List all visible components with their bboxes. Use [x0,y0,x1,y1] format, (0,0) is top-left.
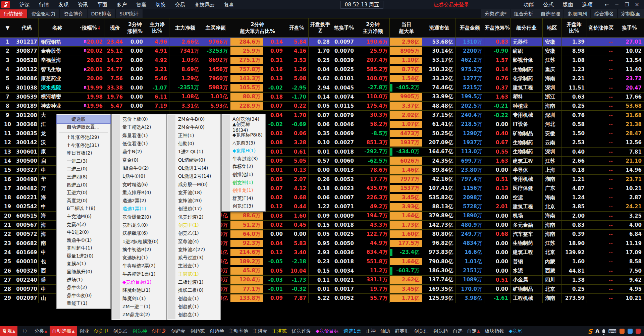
col-header-流通市值[interactable]: 流通市值 [423,18,455,38]
menu-item[interactable]: 新鼎牛①(1) [57,236,110,244]
menu-item[interactable]: 竞赢A(2) [57,221,110,229]
sogou-icon[interactable]: S [588,328,592,335]
menu-item[interactable]: 主潜贰(1) [167,270,220,278]
bottom-tab[interactable]: ◆竞尾 [506,326,525,336]
top-menu-发现[interactable]: 发现 [54,2,73,8]
top-menu-行情[interactable]: 行情 [34,2,54,8]
bottom-tab[interactable]: 仙助 [378,326,392,336]
menu-item[interactable]: 量能飙升(0) [57,268,110,276]
menu-item[interactable]: 创趋贰(1) [167,303,220,311]
bottom-tab[interactable]: 常规▲ [0,326,17,336]
menu-item[interactable]: 重点排序R(4) [112,189,166,197]
close-icon[interactable]: ✕ [633,2,641,8]
table-row[interactable]: 3300528幸福蓝海20.0214.270.004.921.03亿8692万2… [0,56,644,65]
menu-item[interactable]: 群英汇(4) [222,194,265,203]
menu-item[interactable]: ZM一进二(1) [112,303,166,311]
tab-资金驱动力[interactable]: 资金驱动力 [28,9,59,18]
tool-icon[interactable] [636,329,641,334]
menu-item[interactable]: 创竞乙(1) [167,229,220,237]
tab-资金博弈[interactable]: 资金博弈 [60,9,87,18]
menu-item[interactable]: 1进2 QL(1) [167,148,220,156]
tab-DDE排名[interactable]: DDE排名 [88,9,115,18]
col-header-竞价涨停买[interactable]: 竞价涨停买 [587,18,615,38]
menu-item[interactable]: 牛犇过渡(3) [222,155,265,163]
bottom-tab[interactable]: 遴选1票 [341,326,364,336]
fn-menu-版面[interactable]: 版面 [558,1,578,8]
grid-icon[interactable] [628,329,633,334]
input-A-icon[interactable]: A [595,328,599,334]
menu-item[interactable]: QL情绪标(0) [167,156,220,164]
top-menu-智赢[interactable]: 智赢 [131,2,151,8]
bottom-tab[interactable]: 自选 [450,326,465,336]
menu-item[interactable]: 鼎牛N(2) [112,148,166,156]
menu-item[interactable]: 量能王(1) [57,300,110,308]
table-row[interactable]: 6301038深水规院R19.9933.380.00-1.07-2351万598… [0,83,644,92]
menu-item[interactable]: 竞锋池Z(27) [167,246,220,254]
toolbtn-多股同列[interactable]: 多股同列 [564,9,590,18]
menu-item[interactable]: 五进六(0) [57,189,110,197]
bottom-tab[interactable]: 〈〉 [17,326,32,336]
toolbtn-组合分析[interactable]: 组合分析 [511,9,537,18]
table-row[interactable]: 1301217铜冠铜箔R20.0223.440.004.962.66亿9766万… [0,38,644,47]
menu-item[interactable]: 创竞甲(1) [167,221,220,229]
top-menu-切换[interactable]: 切换 [151,2,170,8]
table-row[interactable]: 4300122智飞生物R20.0124.770.003.218.69亿1456万… [0,65,644,74]
col-header-现价[interactable]: 现价 [105,18,125,38]
menu-item[interactable]: 牛犇精选2票(2) [112,262,166,270]
menu-item[interactable]: 遴选2票(2) [112,197,166,205]
app-logo-icon[interactable] [1,1,10,8]
menu-item[interactable]: 鼎牛①改(0) [57,292,110,300]
col-header-名称[interactable]: 名称 [39,18,76,38]
bottom-tab[interactable]: 正神 [364,326,378,336]
table-row[interactable]: 5300086康芝药业20.007.560.005.461.29亿7960万14… [0,74,644,83]
menu-item[interactable]: 低位看涨(1) [112,140,166,148]
menu-item[interactable]: 昨日首板(2) [57,149,110,157]
menu-item[interactable]: 竞锋池(20) [167,197,220,205]
top-menu-竞技风云[interactable]: 竞技风云 [190,2,219,8]
bottom-tab[interactable]: 创竞汇 [412,326,431,336]
menu-item[interactable]: 创竞汇(3) [222,203,265,211]
menu-item[interactable]: ◆竞尾标P8(8) [222,131,265,139]
menu-item[interactable]: ZM鼎龙①(2) [112,311,166,319]
menu-item[interactable]: ZM金牛A(0) [167,123,220,131]
menu-item[interactable]: 竞价上板(0) [112,115,166,123]
menu-item[interactable]: 一键选股 [57,115,110,123]
menu-item[interactable]: 量王精选A(2) [112,123,166,131]
menu-item[interactable]: 1进2妖相飙涨(0) [112,237,166,245]
bottom-tab[interactable]: 分类▲ [32,326,49,336]
menu-item[interactable]: 牛1进2(0) [57,228,110,236]
menu-item[interactable]: 竞时精选(6) [112,180,166,188]
col-header-开盘昨比%[interactable]: 开盘昨比% [561,18,587,38]
bottom-tab[interactable]: 创趋贰 [188,326,207,336]
bottom-tab[interactable]: 群英汇 [392,326,412,336]
menu-item[interactable]: ◆竞尾H(1) [222,147,265,155]
menu-item[interactable]: 创排池(1) [222,171,265,179]
menu-item[interactable]: 牛犇精选1票(1) [112,270,166,278]
menu-item[interactable]: 二进三(0) [57,165,110,173]
tab-行情报价[interactable]: 行情报价 [0,9,27,18]
bottom-tab[interactable]: 创竞甲 [91,326,111,336]
menu-item[interactable]: 降魔剑L(1) [112,295,166,303]
login-status[interactable]: 证券交易未登录 [434,2,469,8]
bottom-tab[interactable]: 自动选股▲ [50,326,77,336]
bottom-tab[interactable]: 主动率池 [226,326,251,336]
top-menu-资讯[interactable]: 资讯 [73,2,93,8]
menu-item[interactable]: 主潜壹(1) [167,262,220,270]
menu-item[interactable]: 进场(1) [57,276,110,284]
menu-item[interactable]: 一进二(3) [57,157,110,165]
col-header-开盘金额[interactable]: 开盘金额 [455,18,484,38]
col-header-代码[interactable]: 代码 [15,18,39,38]
menu-item[interactable]: ↑今涨停池(31) [57,142,110,150]
minimize-icon[interactable]: − [612,2,621,8]
menu-item[interactable]: 创趋叁(1) [167,311,220,319]
mic-icon[interactable] [602,329,605,333]
restore-icon[interactable]: ❐ [623,2,631,8]
top-menu-平面[interactable]: 平面 [93,2,112,8]
menu-item[interactable]: 竞飙A(1) [57,260,110,268]
menu-item[interactable]: QL激进1号(4) [167,164,220,172]
menu-item[interactable]: 犇标集(2) [222,163,265,171]
menu-item[interactable]: ↑昨涨停池(29) [57,133,110,142]
col-header-换手%[interactable]: 换手% [615,18,644,38]
menu-item[interactable]: 仙助(0) [167,140,220,148]
toolbtn-定制版面[interactable]: 定制版面 [618,9,644,18]
